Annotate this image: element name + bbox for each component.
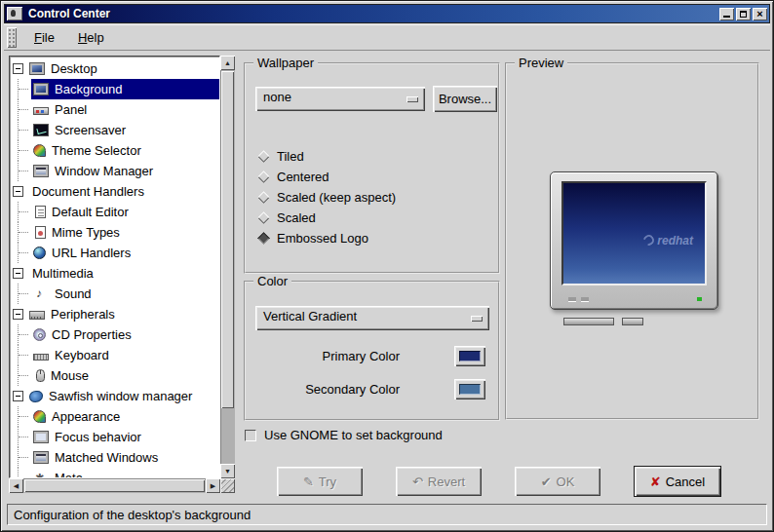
tree-item-screensaver[interactable]: Screensaver <box>10 120 219 140</box>
tree-item-keyboard[interactable]: Keyboard <box>10 345 219 365</box>
tree-item-appearance[interactable]: Appearance <box>10 406 219 427</box>
radio-scaled[interactable]: Scaled <box>257 209 316 226</box>
try-icon: ✎ <box>303 475 314 489</box>
menubar: File Help <box>4 24 770 51</box>
tree-item-multimedia[interactable]: Multimedia <box>10 263 219 284</box>
monitor-button-icon <box>568 297 576 301</box>
tree-item-focus-behavior[interactable]: Focus behavior <box>10 427 219 447</box>
expander-icon[interactable] <box>13 63 23 74</box>
panel-icon <box>33 107 49 115</box>
desktop-icon <box>29 62 45 75</box>
tree-item-mouse[interactable]: Mouse <box>10 365 219 386</box>
cancel-button[interactable]: ✘ Cancel <box>635 467 720 496</box>
ok-icon: ✔ <box>541 475 552 489</box>
tree-item-theme-selector[interactable]: Theme Selector <box>10 140 219 161</box>
try-button[interactable]: ✎ Try <box>277 467 363 496</box>
dropdown-indicator-icon <box>471 316 483 322</box>
radio-tiled[interactable]: Tiled <box>257 148 304 165</box>
browse-button[interactable]: Browse... <box>433 86 497 112</box>
revert-button[interactable]: ↶ Revert <box>396 467 482 496</box>
redhat-logo: redhat <box>643 234 693 247</box>
radio-icon <box>257 191 270 204</box>
tree-item-cd-properties[interactable]: CD Properties <box>10 324 219 345</box>
scroll-down-icon[interactable]: ▼ <box>220 464 235 478</box>
tree-item-url-handlers[interactable]: URL Handlers <box>10 243 219 263</box>
tree-item-background[interactable]: Background <box>10 79 219 99</box>
tree-vertical-scrollbar[interactable]: ▲ ▼ <box>220 56 235 478</box>
checkbox-icon[interactable] <box>245 430 256 441</box>
tree-item-mime-types[interactable]: Mime Types <box>10 222 219 243</box>
meta-icon <box>33 472 49 478</box>
scroll-left-icon[interactable]: ◀ <box>9 478 23 493</box>
tree-item-peripherals[interactable]: Peripherals <box>10 304 219 324</box>
preview-keyboard <box>563 318 614 325</box>
minimize-button[interactable] <box>719 8 734 20</box>
scrollbar-corner-grip[interactable] <box>220 478 235 493</box>
expander-icon[interactable] <box>13 186 23 197</box>
tree-horizontal-scrollbar[interactable]: ◀ ▶ <box>9 478 220 493</box>
dropdown-indicator-icon <box>406 96 418 102</box>
wallpaper-dropdown[interactable]: none <box>255 87 425 111</box>
monitor-button-icon <box>581 297 589 301</box>
ok-button[interactable]: ✔ OK <box>515 467 600 496</box>
tree-item-matched-windows[interactable]: Matched Windows <box>10 447 219 468</box>
theme-selector-icon <box>33 144 46 157</box>
titlebar[interactable]: Control Center × <box>4 4 770 23</box>
preview-monitor: redhat <box>550 171 718 310</box>
mime-types-icon <box>35 226 46 239</box>
expander-icon[interactable] <box>13 309 23 320</box>
wallpaper-group-label: Wallpaper <box>253 56 318 70</box>
window-title: Control Center <box>28 7 719 20</box>
scroll-up-icon[interactable]: ▲ <box>220 56 235 70</box>
tree-item-panel[interactable]: Panel <box>10 99 219 120</box>
preview-group: Preview redhat <box>505 62 759 420</box>
expander-icon[interactable] <box>13 391 23 401</box>
cancel-icon: ✘ <box>650 475 661 489</box>
radio-icon <box>257 150 270 163</box>
redhat-swirl-icon <box>641 233 656 247</box>
control-center-window: Control Center × File Help Desktop Backg… <box>0 0 774 532</box>
secondary-color-label: Secondary Color <box>305 382 400 397</box>
tree-item-sawfish[interactable]: Sawfish window manager <box>10 386 219 406</box>
tree-item-sound[interactable]: Sound <box>10 284 219 304</box>
expander-icon[interactable] <box>13 268 23 279</box>
wallpaper-group: Wallpaper none Browse... Tiled Centered … <box>244 62 500 274</box>
tree-item-window-manager[interactable]: Window Manager <box>10 161 219 181</box>
minimize-icon <box>723 16 730 18</box>
menubar-grip[interactable] <box>7 27 17 48</box>
radio-centered[interactable]: Centered <box>257 169 329 185</box>
cd-properties-icon <box>33 328 46 341</box>
tree-item-document-handlers[interactable]: Document Handlers <box>10 181 219 202</box>
tree-item-desktop[interactable]: Desktop <box>10 58 219 79</box>
category-tree: Desktop Background Panel Screensaver The… <box>9 56 235 493</box>
background-icon <box>33 83 49 95</box>
window-menu-icon[interactable] <box>7 7 22 20</box>
vertical-scroll-thumb[interactable] <box>221 71 234 408</box>
tree-item-meta[interactable]: Meta <box>10 468 219 478</box>
close-button[interactable]: × <box>753 8 767 20</box>
matched-windows-icon <box>33 451 49 464</box>
wallpaper-dropdown-value: none <box>263 90 291 104</box>
primary-color-button[interactable] <box>454 346 485 366</box>
menu-file[interactable]: File <box>22 27 66 48</box>
status-text: Configuration of the desktop's backgroun… <box>7 504 767 525</box>
menu-help[interactable]: Help <box>66 27 116 48</box>
gradient-dropdown-value: Vertical Gradient <box>263 309 357 323</box>
maximize-icon <box>740 11 747 18</box>
horizontal-scroll-thumb[interactable] <box>24 479 205 492</box>
peripherals-icon <box>29 311 45 320</box>
secondary-color-button[interactable] <box>454 379 485 399</box>
radio-icon <box>257 171 270 183</box>
default-editor-icon <box>35 206 46 218</box>
tree-item-default-editor[interactable]: Default Editor <box>10 202 219 222</box>
secondary-color-swatch <box>459 384 481 395</box>
maximize-button[interactable] <box>736 8 751 20</box>
preview-group-label: Preview <box>515 56 567 70</box>
use-gnome-checkbox-row[interactable]: Use GNOME to set background <box>245 428 443 442</box>
scroll-right-icon[interactable]: ▶ <box>206 478 220 493</box>
radio-scaled-keep-aspect[interactable]: Scaled (keep aspect) <box>257 189 396 206</box>
close-icon: × <box>756 9 762 19</box>
radio-embossed-logo[interactable]: Embossed Logo <box>257 230 368 247</box>
preview-mouse <box>622 318 643 325</box>
gradient-dropdown[interactable]: Vertical Gradient <box>255 306 489 330</box>
